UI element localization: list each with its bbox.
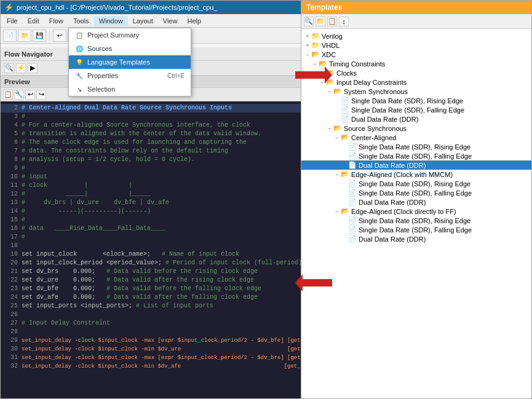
flow-btn-1[interactable]: ⚡: [16, 63, 26, 73]
menu-file[interactable]: File: [2, 16, 23, 26]
toolbar-undo[interactable]: ↩: [53, 30, 66, 42]
dropdown-label-sources: Sources: [87, 45, 112, 52]
toolbar-save[interactable]: 💾: [33, 30, 46, 42]
code-content-23: set dv_bfe 0.000; # Data valid before th…: [22, 285, 261, 293]
tree-xdc[interactable]: − 📂 XDC: [301, 50, 531, 59]
code-content-4: # For a center-aligned Source Synchronou…: [22, 121, 250, 130]
selection-icon: ↘: [75, 85, 84, 93]
menu-edit[interactable]: Edit: [23, 16, 44, 26]
properties-icon: 🔧: [75, 71, 84, 80]
ddr-2-label: Dual Data Rate (DDR): [359, 162, 426, 169]
vhdl-expander[interactable]: +: [304, 42, 311, 49]
code-line-31: 31 set_input_delay -clock $input_clock -…: [1, 354, 301, 362]
sdr-falling-1-icon: 📄: [341, 106, 349, 114]
tree-sdr-rising-2[interactable]: 📄 Single Data Rate (SDR), Rising Edge: [301, 142, 531, 151]
ddr-2-icon: 📄: [348, 161, 357, 169]
code-content-14: # -----)(---------)(------): [22, 207, 151, 216]
tree-edge-aligned-mmcm[interactable]: − 📂 Edge-Aligned (Clock with MMCM): [301, 170, 531, 179]
flow-search-btn[interactable]: 🔍: [4, 63, 14, 73]
tree-sdr-falling-1[interactable]: 📄 Single Data Rate (SDR), Falling Edge: [301, 105, 531, 114]
system-sync-folder-icon: 📂: [333, 87, 342, 95]
menu-tools[interactable]: Tools: [68, 16, 94, 26]
menu-view[interactable]: View: [158, 16, 183, 26]
code-line-27: 27 # Input Delay Constraint: [1, 319, 301, 328]
code-content-29: set_input_delay -clock $input_clock -max…: [22, 336, 301, 345]
preview-btn-4[interactable]: ↪: [36, 90, 46, 100]
dropdown-label-properties: Properties: [87, 72, 118, 79]
code-line-17: 17 #: [1, 233, 301, 242]
code-line-9: 9 #: [1, 164, 301, 173]
templates-tree: + 📁 Verilog + 📁 VHDL − 📂 XDC − 📂 Timing …: [301, 29, 531, 398]
system-sync-expander[interactable]: −: [326, 89, 333, 95]
ddr-1-icon: 📄: [341, 115, 349, 123]
code-line-10: 10 # input: [1, 173, 301, 181]
tree-sdr-falling-4[interactable]: 📄 Single Data Rate (SDR), Falling Edge: [301, 225, 531, 234]
tree-sdr-rising-1[interactable]: 📄 Single Data Rate (SDR), Rising Edge: [301, 96, 531, 105]
code-content-2: # Center-Aligned Dual Data Rate Source S…: [22, 104, 232, 113]
templates-btn-1[interactable]: 📁: [316, 17, 325, 26]
code-line-18: 18: [1, 242, 301, 250]
svg-marker-1: [325, 66, 332, 84]
svg-rect-3: [303, 279, 332, 286]
edge-ff-expander[interactable]: −: [333, 208, 341, 215]
tree-source-sync[interactable]: − 📂 Source Synchronous: [301, 124, 531, 133]
code-content-10: # input: [22, 173, 47, 181]
sdr-falling-2-icon: 📄: [348, 152, 357, 160]
tree-input-delay[interactable]: − 📂 Input Delay Constraints: [301, 77, 531, 87]
tree-ddr-3[interactable]: 📄 Dual Data Rate (DDR): [301, 197, 531, 207]
tree-verilog[interactable]: + 📁 Verilog: [301, 31, 531, 41]
flow-btn-2[interactable]: ▶: [28, 63, 38, 73]
templates-sort-btn[interactable]: ↕: [339, 17, 349, 26]
sdr-falling-1-label: Single Data Rate (SDR), Falling Edge: [351, 106, 464, 114]
tree-sdr-rising-3[interactable]: 📄 Single Data Rate (SDR), Rising Edge: [301, 179, 531, 188]
preview-btn-1[interactable]: 📋: [3, 90, 13, 100]
code-line-7: 7 # data. The constraints below rely on …: [1, 147, 301, 156]
menu-bar: File Edit Flow Tools Window Layout View …: [1, 14, 301, 28]
code-content-13: # dv_brs | dv_ure dv_bfe | dv_afe: [22, 199, 169, 207]
dropdown-project-summary[interactable]: 📋 Project Summary: [69, 28, 191, 42]
tree-ddr-2[interactable]: 📄 Dual Data Rate (DDR): [301, 160, 531, 170]
templates-search-btn[interactable]: 🔍: [304, 17, 314, 26]
svg-rect-0: [295, 71, 325, 79]
code-line-16: 16 # data ____Rise_Data____Fall_Data____: [1, 224, 301, 233]
code-content-15: #: [22, 216, 25, 224]
tree-ddr-4[interactable]: 📄 Dual Data Rate (DDR): [301, 234, 531, 243]
tree-sdr-rising-4[interactable]: 📄 Single Data Rate (SDR), Rising Edge: [301, 216, 531, 225]
tree-sdr-falling-3[interactable]: 📄 Single Data Rate (SDR), Falling Edge: [301, 188, 531, 197]
tree-center-aligned[interactable]: − 📂 Center-Aligned: [301, 133, 531, 142]
dropdown-properties[interactable]: 🔧 Properties Ctrl+E: [69, 69, 191, 82]
templates-btn-2[interactable]: 📋: [327, 17, 337, 26]
preview-btn-2[interactable]: 🔧: [14, 90, 24, 100]
source-sync-expander[interactable]: −: [326, 125, 333, 132]
code-line-22: 22 set dv_ure 0.000; # Data valid after …: [1, 276, 301, 285]
code-content-16: # data ____Rise_Data____Fall_Data____: [22, 224, 165, 233]
tree-edge-aligned-ff[interactable]: − 📂 Edge-Aligned (Clock directly to FF): [301, 207, 531, 216]
window-dropdown: 📋 Project Summary 🌐 Sources 💡 Language T…: [68, 28, 191, 97]
xdc-expander[interactable]: −: [304, 52, 311, 58]
edge-mmcm-expander[interactable]: −: [333, 172, 341, 178]
menu-window[interactable]: Window: [94, 16, 128, 26]
center-aligned-expander[interactable]: −: [333, 135, 341, 141]
tree-sdr-falling-2[interactable]: 📄 Single Data Rate (SDR), Falling Edge: [301, 151, 531, 160]
vivado-window: ⚡ project_cpu_hdl - [C:/Project/Vivado_T…: [0, 0, 301, 399]
menu-flow[interactable]: Flow: [44, 16, 68, 26]
dropdown-selection[interactable]: ↘ Selection: [69, 82, 191, 96]
toolbar-open[interactable]: 📁: [18, 30, 31, 42]
dropdown-sources[interactable]: 🌐 Sources: [69, 42, 191, 55]
tree-vhdl[interactable]: + 📁 VHDL: [301, 41, 531, 50]
dropdown-label-selection: Selection: [87, 85, 115, 93]
verilog-expander[interactable]: +: [304, 33, 311, 39]
toolbar-new[interactable]: 📄: [3, 30, 17, 42]
dropdown-language-templates[interactable]: 💡 Language Templates: [69, 55, 191, 69]
tree-clocks[interactable]: + 📂 Clocks: [301, 68, 531, 77]
code-content-7: # data. The constraints below rely on th…: [22, 147, 228, 156]
sdr-falling-4-icon: 📄: [348, 226, 357, 234]
tree-system-sync[interactable]: − 📂 System Synchronous: [301, 87, 531, 96]
preview-code-area: 2 # Center-Aligned Dual Data Rate Source…: [1, 101, 301, 398]
tree-ddr-1[interactable]: 📄 Dual Data Rate (DDR): [301, 114, 531, 124]
timing-expander[interactable]: −: [311, 61, 319, 67]
tree-timing-constraints[interactable]: − 📂 Timing Constraints: [301, 59, 531, 68]
menu-help[interactable]: Help: [182, 16, 206, 26]
preview-btn-3[interactable]: ↩: [25, 90, 35, 100]
menu-layout[interactable]: Layout: [128, 16, 158, 26]
